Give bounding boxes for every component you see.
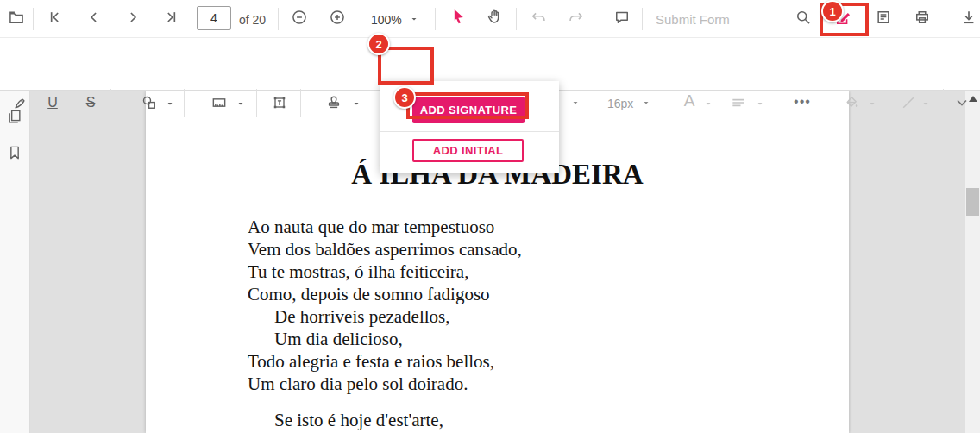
last-page-button[interactable]	[162, 8, 181, 27]
font-size-dropdown[interactable]: 16px	[607, 94, 633, 113]
undo-button[interactable]	[529, 8, 548, 27]
submit-form-button[interactable]: Submit Form	[656, 10, 730, 29]
divider	[184, 89, 185, 117]
divider	[256, 89, 257, 117]
text-align-button[interactable]	[729, 93, 748, 112]
image-tool-button[interactable]	[210, 93, 229, 112]
add-initial-button[interactable]: ADD INITIAL	[412, 139, 524, 162]
collapse-toolbar-chevron-icon[interactable]	[952, 93, 971, 112]
page-count-label: of 20	[239, 10, 266, 29]
stamp-tool-button[interactable]	[324, 93, 343, 112]
divider	[300, 89, 301, 117]
page-number-input[interactable]	[197, 6, 231, 30]
annotation-step-badge-2: 2	[368, 33, 390, 55]
poem-line: Um dia delicioso,	[248, 328, 522, 350]
redo-button[interactable]	[567, 8, 586, 27]
text-align-caret-icon[interactable]	[751, 94, 770, 113]
pan-hand-tool-button[interactable]	[486, 7, 505, 26]
poem-text: Ao nauta que do mar tempestuoso Vem dos …	[248, 216, 522, 431]
poem-line: Tu te mostras, ó ilha feiticeira,	[248, 260, 522, 283]
vertical-scrollbar[interactable]	[965, 91, 980, 433]
font-family-caret-icon[interactable]	[566, 93, 585, 112]
annotation-step-badge-3: 3	[393, 86, 416, 109]
zoom-level-dropdown[interactable]: 100%	[371, 10, 402, 29]
fill-color-button[interactable]	[843, 93, 862, 112]
annotation-step-badge-1: 1	[821, 0, 844, 22]
poem-line: De horriveis pezadellos,	[248, 305, 522, 328]
print-button[interactable]	[913, 8, 932, 27]
bookmarks-icon[interactable]	[5, 143, 24, 162]
zoom-out-button[interactable]	[290, 8, 309, 27]
line-style-button[interactable]	[899, 93, 918, 112]
zoom-caret-icon[interactable]	[405, 9, 424, 28]
scrollbar-thumb[interactable]	[966, 188, 979, 216]
text-color-button[interactable]: A	[680, 91, 699, 110]
pdf-editor-app: of 20 100% Submit Form	[0, 0, 980, 433]
search-icon[interactable]	[794, 8, 813, 27]
text-color-caret-icon[interactable]	[699, 94, 718, 113]
freehand-pen-tool-button[interactable]	[11, 93, 30, 112]
more-tools-button[interactable]: •••	[787, 92, 818, 111]
divider	[435, 8, 436, 30]
previous-page-button[interactable]	[85, 8, 104, 27]
shapes-tool-button[interactable]	[140, 93, 159, 112]
left-sidebar	[0, 91, 30, 433]
poem-line: Um claro dia pelo sol doirado.	[248, 373, 522, 395]
divider	[278, 8, 279, 30]
reader-view-button[interactable]	[874, 8, 893, 27]
line-style-caret-icon[interactable]	[916, 94, 935, 113]
text-box-tool-button[interactable]	[270, 93, 289, 112]
comment-tool-button[interactable]	[612, 8, 631, 27]
divider	[516, 8, 517, 30]
poem-line: Ao nauta que do mar tempestuoso	[248, 216, 522, 238]
first-page-button[interactable]	[45, 8, 64, 27]
divider	[33, 8, 34, 30]
divider	[110, 89, 111, 117]
menu-divider	[380, 131, 559, 132]
underline-tool-button[interactable]: U	[44, 93, 61, 112]
download-button[interactable]	[959, 8, 978, 27]
poem-line: Vem dos baldões asperrimos cansado,	[248, 238, 522, 260]
poem-line: Se isto é hoje d'est'arte,	[248, 409, 522, 431]
image-caret-icon[interactable]	[231, 94, 250, 113]
zoom-in-button[interactable]	[328, 8, 347, 27]
poem-line: Todo alegria e festa e raios bellos,	[248, 350, 522, 373]
font-size-caret-icon[interactable]	[637, 93, 656, 112]
stamp-caret-icon[interactable]	[347, 94, 366, 113]
fill-color-caret-icon[interactable]	[863, 94, 882, 113]
divider	[943, 89, 944, 117]
next-page-button[interactable]	[123, 8, 142, 27]
side-panel-toggle-icon[interactable]	[7, 8, 26, 27]
add-signature-button[interactable]: ADD SIGNATURE	[412, 97, 525, 123]
divider	[642, 8, 643, 30]
strikethrough-tool-button[interactable]: S	[82, 93, 99, 112]
poem-line: Como, depois de somno fadigoso	[248, 283, 522, 305]
select-tool-button[interactable]	[449, 7, 468, 26]
shapes-caret-icon[interactable]	[160, 94, 179, 113]
divider	[826, 89, 826, 117]
